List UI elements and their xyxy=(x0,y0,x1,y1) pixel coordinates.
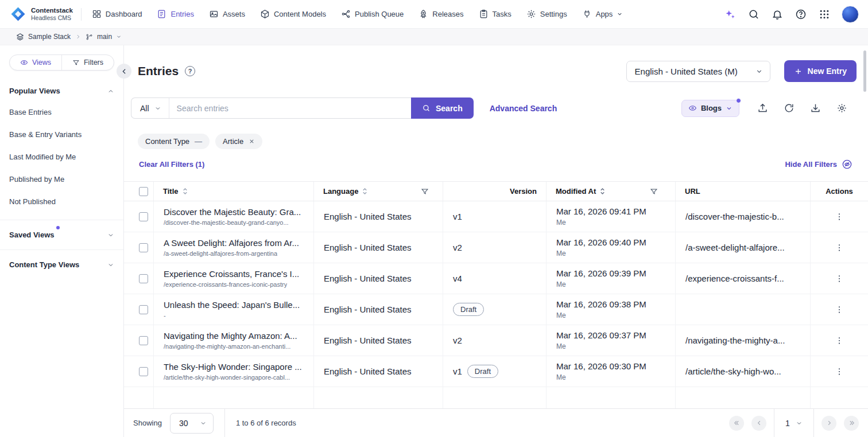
search-box: All xyxy=(131,97,411,119)
breadcrumb-branch[interactable]: main xyxy=(86,33,122,41)
nav-publish-queue[interactable]: Publish Queue xyxy=(341,9,404,19)
chevron-down-icon xyxy=(200,420,207,427)
column-modified-at[interactable]: Modified At xyxy=(547,182,676,201)
notifications-bell-icon[interactable] xyxy=(771,8,783,20)
ai-sparkle-icon[interactable] xyxy=(724,8,736,20)
row-checkbox[interactable] xyxy=(139,274,148,283)
table-row[interactable]: Discover the Majestic Beauty: Gra... /di… xyxy=(124,201,868,232)
table-row[interactable]: The Sky-High Wonder: Singapore ... /arti… xyxy=(124,356,868,387)
row-actions-kebab-icon[interactable] xyxy=(832,241,846,255)
filter-chip-article[interactable]: Article xyxy=(215,134,262,149)
sidebar-item-base-entries[interactable]: Base Entries xyxy=(0,101,123,123)
entry-title[interactable]: Navigating the Mighty Amazon: A... xyxy=(164,331,297,341)
row-actions-kebab-icon[interactable] xyxy=(832,210,846,224)
nav-dashboard[interactable]: Dashboard xyxy=(92,9,142,19)
language-selector[interactable]: English - United States (M) xyxy=(626,61,770,82)
row-checkbox[interactable] xyxy=(139,305,148,314)
filter-funnel-icon[interactable] xyxy=(421,188,429,196)
hide-all-filters-link[interactable]: Hide All Filters xyxy=(785,159,852,170)
breadcrumb-stack[interactable]: Sample Stack xyxy=(16,33,71,41)
sidebar-item-base-entry-variants[interactable]: Base & Entry Variants xyxy=(0,123,123,146)
table-row[interactable]: Unleash the Speed: Japan's Bulle... - En… xyxy=(124,294,868,325)
language-value: English - United States (M) xyxy=(635,67,738,76)
refresh-icon[interactable] xyxy=(784,103,795,114)
nav-content-models[interactable]: Content Models xyxy=(260,9,326,19)
row-actions-kebab-icon[interactable] xyxy=(832,303,846,317)
page-help-icon[interactable]: ? xyxy=(185,66,195,76)
nav-releases[interactable]: Releases xyxy=(418,9,463,19)
next-page-icon[interactable] xyxy=(822,416,836,431)
search-button[interactable]: Search xyxy=(411,97,474,119)
row-checkbox[interactable] xyxy=(139,212,148,221)
last-page-icon[interactable] xyxy=(844,416,859,431)
section-content-type-views[interactable]: Content Type Views xyxy=(0,260,123,269)
user-avatar[interactable] xyxy=(842,6,859,23)
page-size-value: 30 xyxy=(179,419,188,428)
column-language[interactable]: Language xyxy=(314,182,443,201)
row-actions-kebab-icon[interactable] xyxy=(832,365,846,379)
search-scope-dropdown[interactable]: All xyxy=(131,98,169,118)
import-icon[interactable] xyxy=(810,103,821,114)
close-icon[interactable] xyxy=(249,138,255,145)
help-icon[interactable] xyxy=(795,8,807,20)
releases-icon xyxy=(418,9,428,19)
row-checkbox[interactable] xyxy=(139,367,148,376)
new-entry-button[interactable]: New Entry xyxy=(784,60,857,82)
sidebar-item-not-published[interactable]: Not Published xyxy=(0,190,123,213)
search-input[interactable] xyxy=(169,104,411,113)
nav-apps[interactable]: Apps xyxy=(582,9,623,19)
row-actions-kebab-icon[interactable] xyxy=(832,334,846,348)
table-row[interactable]: Navigating the Mighty Amazon: A... /navi… xyxy=(124,325,868,356)
section-popular-views[interactable]: Popular Views xyxy=(0,87,123,95)
clear-all-filters-link[interactable]: Clear All Filters (1) xyxy=(139,160,204,169)
entry-title[interactable]: The Sky-High Wonder: Singapore ... xyxy=(164,362,302,372)
table-settings-icon[interactable] xyxy=(836,103,847,114)
dashboard-icon xyxy=(92,9,102,19)
pagination: 1 xyxy=(729,409,868,437)
page-number-dropdown[interactable]: 1 xyxy=(774,409,814,437)
entry-version: v1 xyxy=(453,212,462,221)
table-row[interactable]: A Sweet Delight: Alfajores from Ar... /a… xyxy=(124,232,868,263)
nav-settings[interactable]: Settings xyxy=(526,9,567,19)
view-switcher-blogs[interactable]: Blogs xyxy=(681,100,739,117)
section-title: Popular Views xyxy=(9,87,60,95)
stack-name: Sample Stack xyxy=(28,33,71,41)
row-checkbox[interactable] xyxy=(139,243,148,252)
column-url[interactable]: URL xyxy=(676,182,811,201)
filter-chip-content-type[interactable]: Content Type — xyxy=(138,134,210,149)
entry-title[interactable]: A Sweet Delight: Alfajores from Ar... xyxy=(164,238,299,248)
table-row[interactable]: Experience Croissants, France's I... /ex… xyxy=(124,263,868,294)
advanced-search-link[interactable]: Advanced Search xyxy=(490,104,557,113)
column-title[interactable]: Title xyxy=(154,182,314,201)
entry-title[interactable]: Experience Croissants, France's I... xyxy=(164,269,299,279)
toggle-filters[interactable]: Filters xyxy=(61,55,114,70)
vertical-scrollbar[interactable] xyxy=(863,50,866,92)
contentstack-logo[interactable]: Contentstack Headless CMS xyxy=(10,6,73,22)
first-page-icon[interactable] xyxy=(729,416,744,431)
nav-label: Settings xyxy=(540,10,567,18)
toggle-views[interactable]: Views xyxy=(10,55,61,70)
entry-title[interactable]: Unleash the Speed: Japan's Bulle... xyxy=(164,300,300,310)
search-icon[interactable] xyxy=(747,8,760,20)
nav-entries[interactable]: Entries xyxy=(157,9,193,19)
breadcrumb: Sample Stack main xyxy=(0,29,868,45)
select-all-checkbox[interactable] xyxy=(139,187,148,196)
entry-url: /article/the-sky-high-wo... xyxy=(676,356,811,387)
export-icon[interactable] xyxy=(757,103,768,114)
filter-funnel-icon[interactable] xyxy=(650,188,658,196)
previous-page-icon[interactable] xyxy=(751,416,766,431)
section-saved-views[interactable]: Saved Views xyxy=(0,231,123,239)
row-checkbox[interactable] xyxy=(139,336,148,345)
sidebar-item-last-modified-by-me[interactable]: Last Modified by Me xyxy=(0,146,123,168)
sidebar-item-published-by-me[interactable]: Published by Me xyxy=(0,168,123,190)
back-button[interactable] xyxy=(117,64,131,79)
nav-assets[interactable]: Assets xyxy=(209,9,245,19)
app-grid-icon[interactable] xyxy=(818,8,830,20)
column-version[interactable]: Version xyxy=(443,182,547,201)
page-size-dropdown[interactable]: 30 xyxy=(170,413,214,434)
row-actions-kebab-icon[interactable] xyxy=(832,272,846,286)
nav-tasks[interactable]: Tasks xyxy=(479,9,512,19)
entry-title[interactable]: Discover the Majestic Beauty: Gra... xyxy=(164,207,301,217)
column-label: URL xyxy=(685,187,700,196)
brand-name: Contentstack xyxy=(31,7,73,14)
